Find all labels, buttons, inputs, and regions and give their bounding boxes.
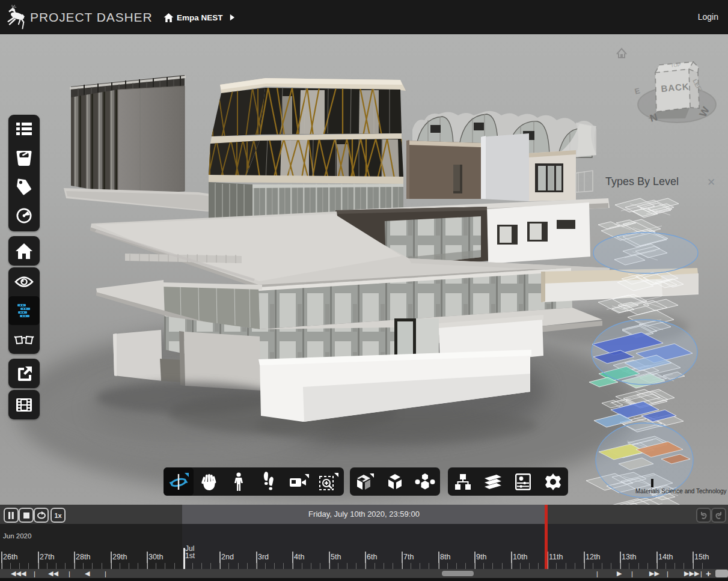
svg-text:TOP: TOP bbox=[670, 62, 681, 68]
